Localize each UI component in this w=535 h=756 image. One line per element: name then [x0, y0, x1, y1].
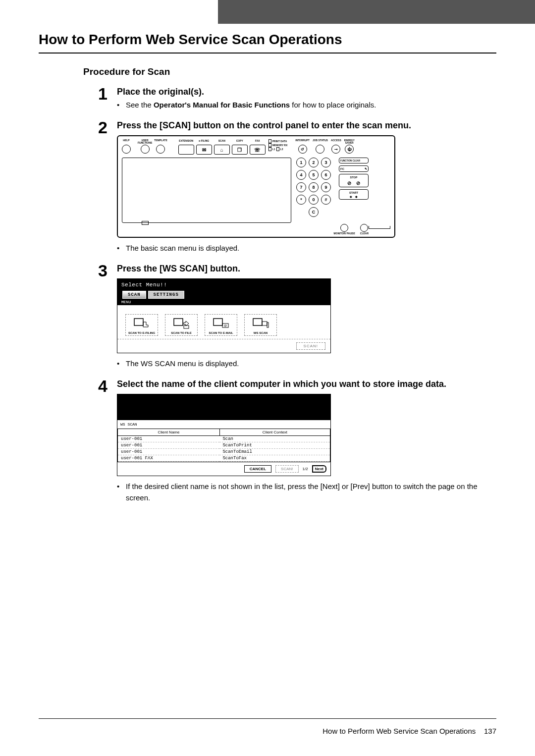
scanmenu-scan-button[interactable]: SCAN!	[296, 342, 325, 350]
scanmenu-tab-settings[interactable]: SETTINGS	[148, 291, 184, 299]
client-name-cell: user-001	[118, 442, 220, 449]
panel-interrupt-button[interactable]: INTERRUPT↺	[295, 139, 310, 155]
step-number: 2	[98, 119, 117, 259]
step-4: 4 Select the name of the client computer…	[98, 378, 496, 508]
keypad-4[interactable]: 4	[296, 170, 306, 180]
keypad-0[interactable]: 0	[309, 195, 319, 205]
table-row[interactable]: user-001ScanToEmail	[118, 449, 330, 455]
table-row[interactable]: user-001 FAXScanToFax	[118, 455, 330, 462]
panel-copy-button[interactable]: COPY❐	[232, 139, 248, 155]
keypad-7[interactable]: 7	[296, 182, 306, 192]
scan-to-email-button[interactable]: @ SCAN TO E-MAIL	[205, 314, 237, 336]
step-4-after: •If the desired client name is not shown…	[117, 481, 496, 503]
step-2-title: Press the [SCAN] button on the control p…	[117, 120, 496, 131]
keypad-9[interactable]: 9	[321, 182, 331, 192]
keypad-hash[interactable]: #	[321, 195, 331, 205]
client-name-cell: user-001	[118, 449, 220, 455]
wsscan-next-button[interactable]: Next	[312, 465, 326, 473]
scanmenu-menulabel: MENU	[121, 300, 326, 304]
panel-userfunc-button[interactable]: USER FUNCTIONS	[138, 139, 152, 155]
keypad-2[interactable]: 2	[309, 158, 319, 167]
stop-button[interactable]: STOP⊘⊘	[339, 174, 369, 187]
control-panel-figure: HELP USER FUNCTIONS TEMPLATE EXTENSION e…	[117, 135, 496, 238]
keypad-8[interactable]: 8	[309, 182, 319, 192]
table-row[interactable]: user-001Scan	[118, 436, 330, 442]
panel-indicators: PRINT DATA MEMORY RX L1L2	[268, 139, 288, 155]
panel-touchscreen[interactable]	[122, 158, 291, 223]
svg-rect-7	[262, 322, 267, 325]
step-2-after: •The basic scan menu is displayed.	[117, 243, 496, 254]
wsscan-title: WS SCAN	[117, 420, 330, 429]
section-title: Procedure for Scan	[83, 66, 496, 77]
panel-template-button[interactable]: TEMPLATE	[154, 139, 167, 155]
fc-button[interactable]: FC✎	[339, 165, 369, 172]
client-name-cell: user-001 FAX	[118, 455, 220, 462]
keypad-3[interactable]: 3	[321, 158, 331, 167]
keypad-1[interactable]: 1	[296, 158, 306, 167]
keypad-star[interactable]: *	[296, 195, 306, 205]
step-3: 3 Press the [WS SCAN] button. Select Men…	[98, 262, 496, 375]
keypad-c[interactable]: C	[309, 207, 319, 217]
panel-scan-button[interactable]: SCAN⌂	[214, 139, 230, 155]
step-3-title: Press the [WS SCAN] button.	[117, 263, 496, 274]
page-footer: How to Perform Web Service Scan Operatio…	[39, 718, 496, 735]
client-context-cell: Scan	[219, 436, 330, 442]
client-name-cell: user-001	[118, 436, 220, 442]
panel-energysaver-button[interactable]: ENERGY SAVER⏻	[344, 139, 355, 155]
page-title: How to Perform Web Service Scan Operatio…	[39, 32, 496, 54]
svg-rect-1	[174, 319, 183, 325]
step-number: 3	[98, 262, 117, 375]
panel-help-button[interactable]: HELP	[122, 139, 131, 155]
clear-button[interactable]: CLEAR	[360, 224, 369, 235]
function-clear-button[interactable]: FUNCTION CLEAR	[339, 158, 369, 163]
wsscan-client-list-screen: WS SCAN Client Name Client Context user-…	[117, 394, 331, 476]
step-4-title: Select the name of the client computer i…	[117, 378, 496, 390]
wsscan-scan-button[interactable]: SCAN!	[275, 465, 298, 473]
panel-jobstatus-button[interactable]: JOB STATUS	[313, 139, 328, 155]
panel-efiling-button[interactable]: e-FILING✉	[196, 139, 212, 155]
panel-access-button[interactable]: ACCESS⊸	[331, 139, 341, 155]
col-client-context: Client Context	[219, 429, 330, 436]
client-context-cell: ScanToEmail	[219, 449, 330, 455]
scan-to-efiling-button[interactable]: SCAN TO E-FILING	[125, 314, 158, 336]
step-1: 1 Place the original(s). • See the Opera…	[98, 85, 496, 116]
scanmenu-tab-scan[interactable]: SCAN	[122, 291, 146, 299]
client-context-cell: ScanToFax	[219, 455, 330, 462]
svg-rect-3	[214, 319, 222, 325]
step-1-bullet: • See the Operator's Manual for Basic Fu…	[117, 100, 496, 111]
svg-rect-8	[267, 323, 268, 327]
table-row[interactable]: user-001ScanToPrint	[118, 442, 330, 449]
keypad-5[interactable]: 5	[309, 170, 319, 180]
usb-port-icon	[142, 221, 149, 225]
panel-extension-button[interactable]: EXTENSION	[178, 139, 194, 155]
scan-to-file-button[interactable]: SCAN TO FILE	[165, 314, 198, 336]
step-3-after: •The WS SCAN menu is displayed.	[117, 358, 496, 370]
svg-text:@: @	[224, 324, 227, 327]
scanmenu-title: Select Menu!!	[121, 282, 326, 288]
client-context-cell: ScanToPrint	[219, 442, 330, 449]
scan-menu-screen: Select Menu!! SCAN SETTINGS MENU	[117, 278, 331, 353]
svg-rect-6	[253, 319, 262, 325]
wsscan-page-indicator: 1/2	[303, 467, 308, 471]
client-table: Client Name Client Context user-001Scanu…	[117, 429, 330, 462]
step-2: 2 Press the [SCAN] button on the control…	[98, 119, 496, 259]
monitor-pause-button[interactable]: MONITOR/ PAUSE	[334, 224, 355, 235]
panel-fax-button[interactable]: FAX☏	[250, 139, 266, 155]
step-number: 4	[98, 378, 117, 508]
svg-rect-2	[184, 325, 189, 328]
header-tab-bar	[218, 0, 535, 24]
step-number: 1	[98, 85, 117, 116]
svg-rect-0	[134, 319, 143, 325]
col-client-name: Client Name	[118, 429, 220, 436]
wsscan-cancel-button[interactable]: CANCEL	[244, 465, 271, 473]
start-button[interactable]: START◈◆	[339, 189, 369, 200]
ws-scan-button[interactable]: WS SCAN	[244, 314, 277, 336]
step-1-title: Place the original(s).	[117, 86, 496, 98]
keypad-6[interactable]: 6	[321, 170, 331, 180]
panel-slot	[369, 226, 390, 229]
